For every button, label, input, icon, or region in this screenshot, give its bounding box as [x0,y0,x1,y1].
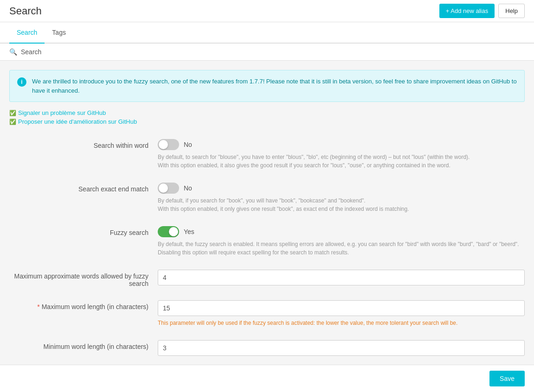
content-area: 🔍 Search i We are thrilled to introduce … [0,44,534,392]
min-word-length-input[interactable] [158,340,525,356]
search-exact-end-match-toggle-label: No [184,184,192,192]
search-exact-end-match-toggle[interactable] [158,183,179,194]
search-within-word-toggle-label: No [184,141,192,148]
info-icon: i [17,77,26,87]
fuzzy-search-row: Fuzzy search Yes By default, the fuzzy s… [9,226,525,257]
min-word-length-control [158,340,525,356]
search-within-word-toggle[interactable] [158,139,179,150]
tabs-bar: Search Tags [0,22,534,44]
max-word-length-row: *Maximum word length (in characters) Thi… [9,300,525,327]
max-approx-words-input[interactable] [158,270,525,285]
save-button[interactable]: Save [489,371,525,386]
fuzzy-search-control: Yes By default, the fuzzy search is enab… [158,226,525,257]
checkmark-icon-1: ✅ [9,110,16,116]
max-approx-words-control [158,270,525,285]
top-bar: Search + Add new alias Help [0,0,534,22]
toggle-knob-2 [159,183,168,193]
search-bar-container: 🔍 Search [0,44,534,61]
github-link-1-label: Signaler un problème sur GitHub [18,109,106,116]
max-word-length-control: This parameter will only be used if the … [158,300,525,327]
max-approx-words-label: Maximum approximate words allowed by fuz… [9,270,158,287]
required-indicator: * [37,303,39,310]
checkmark-icon-2: ✅ [9,119,16,125]
max-word-length-input[interactable] [158,300,525,316]
tab-search[interactable]: Search [9,22,45,44]
search-within-word-label: Search within word [9,139,158,149]
min-word-length-row: Minimum word length (in characters) [9,340,525,356]
max-approx-words-row: Maximum approximate words allowed by fuz… [9,270,525,287]
help-button[interactable]: Help [498,4,525,18]
fuzzy-search-toggle[interactable] [158,226,179,237]
info-box: i We are thrilled to introduce you to th… [9,70,525,102]
toggle-knob-3 [169,227,178,236]
fuzzy-search-label: Fuzzy search [9,226,158,236]
search-within-word-desc1: By default, to search for "blouse", you … [158,153,525,170]
min-word-length-label: Minimum word length (in characters) [9,340,158,350]
add-alias-button[interactable]: + Add new alias [439,4,495,18]
fuzzy-search-toggle-label: Yes [184,228,194,235]
links-area: ✅ Signaler un problème sur GitHub ✅ Prop… [0,109,534,134]
github-link-2-label: Proposer une idée d'amélioration sur Git… [18,118,137,125]
settings-section: Search within word No By default, to sea… [0,134,534,392]
search-exact-end-match-row: Search exact end match No By default, if… [9,183,525,213]
top-bar-actions: + Add new alias Help [439,4,525,18]
toggle-knob [159,140,168,149]
search-exact-end-match-desc: By default, if you search for "book", yo… [158,196,525,213]
max-word-length-label: *Maximum word length (in characters) [9,300,158,310]
tab-tags[interactable]: Tags [45,22,73,44]
search-within-word-control: No By default, to search for "blouse", y… [158,139,525,170]
info-message: We are thrilled to introduce you to the … [32,77,517,95]
page-title: Search [9,5,42,17]
search-exact-end-match-label: Search exact end match [9,183,158,193]
bottom-bar: Save [0,365,534,392]
search-within-word-row: Search within word No By default, to sea… [9,139,525,170]
fuzzy-search-desc: By default, the fuzzy search is enabled.… [158,240,525,257]
max-word-length-note: This parameter will only be used if the … [158,319,525,327]
github-link-2[interactable]: ✅ Proposer une idée d'amélioration sur G… [9,118,525,125]
search-bar-label: Search [21,48,41,56]
github-link-1[interactable]: ✅ Signaler un problème sur GitHub [9,109,525,116]
search-icon: 🔍 [9,48,17,56]
search-exact-end-match-control: No By default, if you search for "book",… [158,183,525,213]
